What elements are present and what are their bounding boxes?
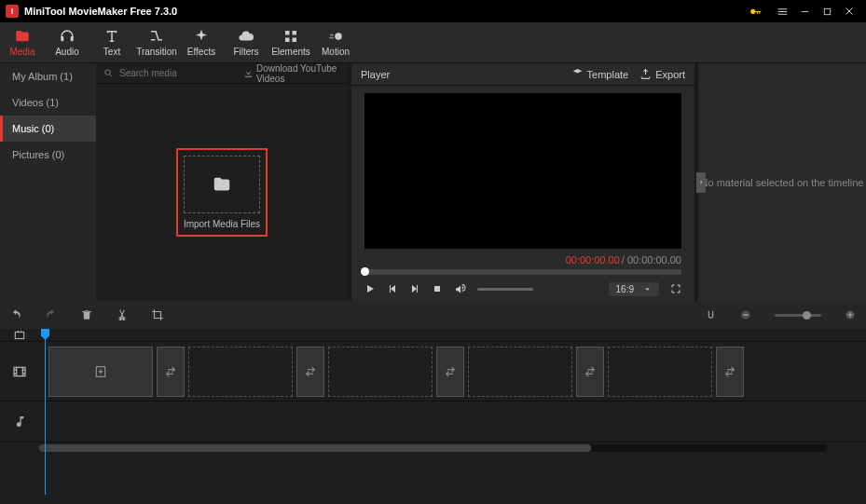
clip-slot[interactable] xyxy=(608,347,712,397)
clip-slot[interactable] xyxy=(188,347,293,397)
app-logo: ! xyxy=(6,5,19,18)
audio-track-row xyxy=(0,402,866,443)
scrollbar-thumb[interactable] xyxy=(39,444,591,452)
key-icon[interactable] xyxy=(745,0,767,22)
tab-effects[interactable]: Effects xyxy=(179,22,224,62)
transition-slot[interactable] xyxy=(436,347,464,397)
player-title: Player xyxy=(361,69,560,80)
clip-placeholder[interactable] xyxy=(48,347,153,397)
transition-slot[interactable] xyxy=(296,347,324,397)
transition-slot[interactable] xyxy=(576,347,604,397)
chevron-down-icon xyxy=(643,285,652,293)
progress-bar[interactable] xyxy=(364,269,681,275)
tab-elements[interactable]: Elements xyxy=(268,22,313,62)
collapse-arrow[interactable] xyxy=(696,172,706,193)
zoom-handle[interactable] xyxy=(803,311,811,320)
tab-text[interactable]: Text xyxy=(89,22,134,62)
tab-filters[interactable]: Filters xyxy=(224,22,268,62)
clip-slot[interactable] xyxy=(328,347,433,397)
sidebar-item-music[interactable]: Music (0) xyxy=(0,116,96,142)
delete-button[interactable] xyxy=(80,308,93,321)
video-track[interactable] xyxy=(39,342,866,401)
timeline-toolbar xyxy=(0,301,866,329)
svg-rect-10 xyxy=(15,332,23,338)
fit-button[interactable] xyxy=(0,329,39,342)
player-panel: Player Template Export 00:00:00.00 / 00:… xyxy=(351,63,694,301)
download-icon xyxy=(243,68,254,78)
transition-slot[interactable] xyxy=(716,347,744,397)
template-button[interactable]: Template xyxy=(571,68,629,80)
tab-label: Media xyxy=(9,47,34,57)
transition-slot[interactable] xyxy=(157,347,185,397)
svg-rect-7 xyxy=(434,286,440,292)
folder-icon xyxy=(212,174,232,195)
undo-button[interactable] xyxy=(9,308,22,321)
sidebar-item-videos[interactable]: Videos (1) xyxy=(0,89,96,116)
svg-rect-3 xyxy=(285,38,290,43)
toolbar: Media Audio Text Transition Effects Filt… xyxy=(0,22,866,63)
download-icon xyxy=(93,364,108,379)
audio-track[interactable] xyxy=(39,402,866,442)
volume-slider[interactable] xyxy=(477,288,533,291)
minimize-button[interactable] xyxy=(793,0,816,22)
volume-button[interactable] xyxy=(454,283,466,295)
zoom-slider[interactable] xyxy=(775,314,821,317)
svg-point-6 xyxy=(105,70,111,75)
play-button[interactable] xyxy=(364,283,376,294)
audio-track-icon xyxy=(0,415,39,429)
svg-rect-4 xyxy=(293,38,297,43)
grid-icon xyxy=(282,28,299,45)
transition-icon xyxy=(148,28,165,45)
aspect-ratio-select[interactable]: 16:9 xyxy=(609,282,659,296)
search-bar: Download YouTube Videos xyxy=(96,63,348,84)
template-icon xyxy=(571,68,584,80)
ruler[interactable] xyxy=(39,329,866,341)
swap-icon xyxy=(304,365,317,378)
close-button[interactable] xyxy=(838,0,860,22)
search-icon xyxy=(103,68,114,78)
prev-button[interactable] xyxy=(387,283,398,294)
redo-button[interactable] xyxy=(45,308,58,321)
sidebar-item-label: My Album (1) xyxy=(12,71,73,82)
video-preview[interactable] xyxy=(364,93,681,249)
maximize-button[interactable] xyxy=(816,0,838,22)
menu-icon[interactable] xyxy=(771,0,793,22)
timeline-scrollbar[interactable] xyxy=(39,444,827,452)
timeline xyxy=(0,329,866,504)
headphones-icon xyxy=(59,28,76,45)
tab-media[interactable]: Media xyxy=(0,22,45,62)
sidebar-item-label: Videos (1) xyxy=(12,97,59,108)
tab-audio[interactable]: Audio xyxy=(45,22,89,62)
import-box[interactable]: Import Media Files xyxy=(176,148,268,237)
download-youtube-button[interactable]: Download YouTube Videos xyxy=(243,63,340,84)
swap-icon xyxy=(164,365,177,378)
next-button[interactable] xyxy=(409,283,420,294)
template-label: Template xyxy=(587,69,629,80)
main-area: My Album (1) Videos (1) Music (0) Pictur… xyxy=(0,63,866,301)
snap-button[interactable] xyxy=(705,309,717,321)
cut-button[interactable] xyxy=(116,308,129,321)
zoom-out-button[interactable] xyxy=(739,308,752,321)
clip-slot[interactable] xyxy=(468,347,572,397)
crop-button[interactable] xyxy=(151,308,164,321)
sidebar-item-pictures[interactable]: Pictures (0) xyxy=(0,142,96,168)
player-header: Player Template Export xyxy=(351,63,694,86)
playhead[interactable] xyxy=(45,329,46,495)
folder-icon xyxy=(14,28,31,45)
time-current: 00:00:00.00 xyxy=(566,254,620,266)
swap-icon xyxy=(444,365,457,378)
search-input[interactable] xyxy=(119,68,238,78)
cloud-icon xyxy=(238,28,254,45)
zoom-in-button[interactable] xyxy=(844,308,857,321)
tab-motion[interactable]: Motion xyxy=(313,22,358,62)
fullscreen-button[interactable] xyxy=(670,283,681,294)
sidebar: My Album (1) Videos (1) Music (0) Pictur… xyxy=(0,63,96,301)
progress-handle[interactable] xyxy=(361,267,369,276)
export-button[interactable]: Export xyxy=(639,68,685,80)
svg-rect-2 xyxy=(293,31,297,35)
import-area: Import Media Files xyxy=(96,84,348,301)
stop-button[interactable] xyxy=(432,283,443,294)
sidebar-item-myalbum[interactable]: My Album (1) xyxy=(0,63,96,89)
tab-transition[interactable]: Transition xyxy=(134,22,179,62)
video-track-icon xyxy=(0,364,39,379)
